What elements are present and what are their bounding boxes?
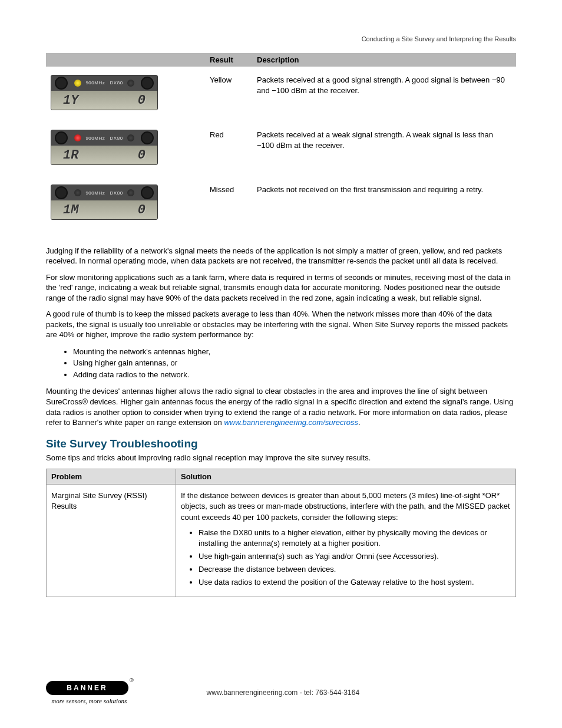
lcd-right: 0: [138, 147, 146, 165]
col-result: Result: [205, 53, 252, 67]
col-blank: [46, 53, 205, 67]
lcd-left: 1Y: [63, 92, 78, 110]
led-off-icon: [127, 80, 134, 87]
lcd-left: 1M: [63, 202, 78, 220]
surecross-link[interactable]: www.bannerengineering.com/surecross: [224, 418, 358, 427]
para-1: Judging if the reliability of a network'…: [46, 246, 516, 266]
troubleshoot-heading: Site Survey Troubleshooting: [46, 437, 516, 450]
led-off-icon: [74, 189, 81, 196]
logo-wrap: BANNER ® more sensors, more solutions: [46, 681, 133, 704]
banner-logo-icon: BANNER: [46, 681, 128, 695]
col-solution: Solution: [176, 469, 516, 485]
para-2: For slow monitoring applications such as…: [46, 272, 516, 304]
solution-cell: If the distance between devices is great…: [176, 485, 516, 597]
registered-icon: ®: [130, 677, 134, 683]
list-item: Adding data radios to the network.: [73, 369, 516, 381]
description-cell: Packets received at a good signal streng…: [252, 67, 516, 121]
para-4: Mounting the devices' antennas higher al…: [46, 386, 516, 427]
led-yellow-icon: [74, 80, 81, 87]
list-item: Decrease the distance between devices.: [199, 564, 511, 575]
description-cell: Packets not received on the first transm…: [252, 176, 516, 231]
led-off-icon: [127, 134, 134, 141]
list-item: Use data radios to extend the position o…: [199, 577, 511, 588]
dial-icon: [55, 186, 68, 199]
para-4-b: .: [358, 418, 361, 427]
trouble-table: Problem Solution Marginal Site Survey (R…: [46, 469, 516, 597]
solution-intro: If the distance between devices is great…: [181, 491, 510, 521]
table-row: 900MHz DX80 1Y 0 Yellow Packets re: [46, 67, 516, 121]
lcd-right: 0: [138, 202, 146, 220]
dial-icon: [141, 186, 154, 199]
logo-text: BANNER: [67, 684, 107, 692]
led-red-icon: [74, 134, 81, 141]
table-row: 900MHz DX80 1R 0 Red Packets recei: [46, 121, 516, 176]
result-cell: Red: [205, 121, 252, 176]
troubleshoot-intro: Some tips and tricks about improving rad…: [46, 453, 516, 463]
device-label-left: 900MHz: [85, 190, 105, 196]
device-image-red: 900MHz DX80 1R 0: [51, 130, 158, 165]
problem-cell: Marginal Site Survey (RSSI) Results: [47, 485, 176, 597]
list-item: Mounting the network's antennas higher,: [73, 346, 516, 358]
footer: BANNER ® more sensors, more solutions ww…: [0, 681, 562, 704]
dial-icon: [141, 131, 154, 144]
results-table: Result Description 900MHz DX80: [46, 53, 516, 232]
table-row: Marginal Site Survey (RSSI) Results If t…: [47, 485, 516, 597]
device-label-right: DX80: [110, 80, 123, 86]
solution-list: Raise the DX80 units to a higher elevati…: [181, 528, 511, 588]
col-problem: Problem: [47, 469, 176, 485]
list-item: Using higher gain antennas, or: [73, 357, 516, 369]
para-3: A good rule of thumb is to keep the miss…: [46, 309, 516, 340]
dial-icon: [141, 77, 154, 90]
col-description: Description: [252, 53, 516, 67]
device-image-missed: 900MHz DX80 1M 0: [51, 185, 158, 220]
description-cell: Packets received at a weak signal streng…: [252, 121, 516, 176]
page-header: Conducting a Site Survey and Interpretin…: [46, 35, 516, 42]
result-cell: Missed: [205, 176, 252, 231]
list-item: Raise the DX80 units to a higher elevati…: [199, 528, 511, 549]
dial-icon: [55, 77, 68, 90]
lcd-left: 1R: [63, 147, 78, 165]
tagline: more sensors, more solutions: [51, 697, 127, 704]
device-label-right: DX80: [110, 135, 123, 141]
dial-icon: [55, 131, 68, 144]
led-off-icon: [127, 189, 134, 196]
result-cell: Yellow: [205, 67, 252, 121]
device-label-left: 900MHz: [85, 135, 105, 141]
table-row: 900MHz DX80 1M 0 Missed Packets no: [46, 176, 516, 231]
lcd-right: 0: [138, 92, 146, 110]
device-label-right: DX80: [110, 190, 123, 196]
device-image-yellow: 900MHz DX80 1Y 0: [51, 75, 158, 110]
improvement-list: Mounting the network's antennas higher, …: [46, 346, 516, 381]
list-item: Use high-gain antenna(s) such as Yagi an…: [199, 551, 511, 562]
device-label-left: 900MHz: [85, 80, 105, 86]
